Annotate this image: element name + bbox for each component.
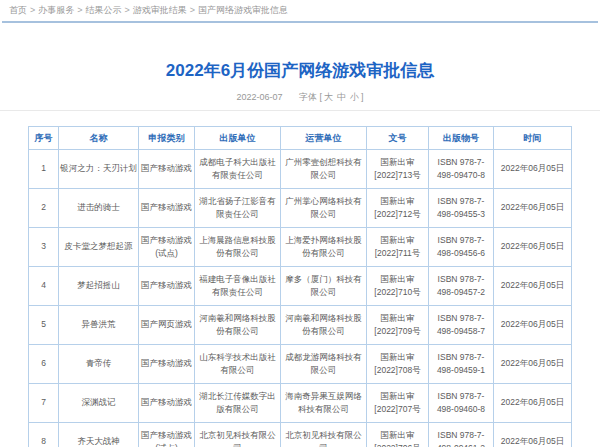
table-row: 3皮卡堂之梦想起源国产移动游戏(试点)上海晨路信息科技股份有限公司上海爱扑网络科… — [29, 228, 572, 267]
table-cell: 国产移动游戏 — [139, 345, 195, 384]
table-cell: 国新出审[2022]712号 — [367, 189, 429, 228]
table-cell: 2022年06月05日 — [494, 267, 572, 306]
table-cell: 深渊战记 — [59, 384, 139, 423]
table-cell: 摩多（厦门）科技有限公司 — [281, 267, 367, 306]
table-cell: 6 — [29, 345, 59, 384]
table-cell: 2022年06月05日 — [494, 423, 572, 447]
breadcrumb-separator: > — [30, 5, 35, 15]
table-cell: 国新出审[2022]709号 — [367, 306, 429, 345]
table-cell: 国新出审[2022]706号 — [367, 423, 429, 447]
meta-line: 2022-06-07 字体 [大中小] — [0, 92, 600, 103]
table-cell: 湖北省扬子江影音有限责任公司 — [195, 189, 281, 228]
table-row: 1银河之力：天刃计划国产移动游戏成都电子科大出版社有限责任公司广州零壹创想科技有… — [29, 150, 572, 189]
table-cell: ISBN 978-7-498-09456-6 — [429, 228, 494, 267]
table-cell: 山东科学技术出版社有限公司 — [195, 345, 281, 384]
breadcrumb: 首页>办事服务>结果公示>游戏审批结果>国产网络游戏审批信息 — [0, 0, 600, 21]
column-header: 运营单位 — [281, 127, 367, 150]
table-cell: ISBN 978-7-498-09458-7 — [429, 306, 494, 345]
table-cell: 8 — [29, 423, 59, 447]
column-header: 出版单位 — [195, 127, 281, 150]
page-title: 2022年6月份国产网络游戏审批信息 — [0, 60, 600, 81]
font-size-bracket-close: ] — [361, 92, 364, 102]
breadcrumb-item[interactable]: 首页 — [9, 5, 27, 15]
breadcrumb-divider-line — [2, 21, 598, 23]
table-cell: 国产移动游戏 — [139, 384, 195, 423]
font-size-switcher: 字体 [大中小] — [299, 92, 364, 102]
breadcrumb-separator: > — [190, 5, 195, 15]
table-cell: 银河之力：天刃计划 — [59, 150, 139, 189]
table-cell: 国产移动游戏 — [139, 150, 195, 189]
table-row: 5异兽洪荒国产网页游戏河南羲和网络科技股份有限公司河南羲和网络科技股份有限公司国… — [29, 306, 572, 345]
table-cell: 上海晨路信息科技股份有限公司 — [195, 228, 281, 267]
table-cell: 国新出审[2022]713号 — [367, 150, 429, 189]
table-cell: 国产移动游戏 — [139, 189, 195, 228]
table-cell: 2022年06月05日 — [494, 306, 572, 345]
table-cell: 成都电子科大出版社有限责任公司 — [195, 150, 281, 189]
font-size-option[interactable]: 中 — [337, 92, 346, 102]
approval-table: 序号名称申报类别出版单位运营单位文号出版物号时间 1银河之力：天刃计划国产移动游… — [28, 126, 572, 447]
table-row: 2进击的骑士国产移动游戏湖北省扬子江影音有限责任公司广州掌心网络科技有限公司国新… — [29, 189, 572, 228]
table-cell: 广州掌心网络科技有限公司 — [281, 189, 367, 228]
table-cell: 2022年06月05日 — [494, 228, 572, 267]
table-cell: 国产移动游戏(试点) — [139, 423, 195, 447]
breadcrumb-item[interactable]: 结果公示 — [86, 5, 122, 15]
table-cell: 2 — [29, 189, 59, 228]
table-cell: 广州零壹创想科技有限公司 — [281, 150, 367, 189]
table-cell: 青帝传 — [59, 345, 139, 384]
table-body: 1银河之力：天刃计划国产移动游戏成都电子科大出版社有限责任公司广州零壹创想科技有… — [29, 150, 572, 447]
table-cell: 国产移动游戏(试点) — [139, 228, 195, 267]
table-cell: 1 — [29, 150, 59, 189]
column-header: 出版物号 — [429, 127, 494, 150]
font-size-links: 大中小 — [322, 92, 361, 102]
publish-date: 2022-06-07 — [236, 92, 282, 102]
table-cell: 2022年06月05日 — [494, 384, 572, 423]
table-row: 4梦起招摇山国产移动游戏福建电子音像出版社有限责任公司摩多（厦门）科技有限公司国… — [29, 267, 572, 306]
table-cell: ISBN 978-7-498-09461-2 — [429, 423, 494, 447]
table-cell: ISBN 978-7-498-09455-3 — [429, 189, 494, 228]
table-cell: 2022年06月05日 — [494, 150, 572, 189]
table-cell: 皮卡堂之梦想起源 — [59, 228, 139, 267]
table-cell: 梦起招摇山 — [59, 267, 139, 306]
table-cell: 进击的骑士 — [59, 189, 139, 228]
breadcrumb-item[interactable]: 国产网络游戏审批信息 — [198, 5, 288, 15]
breadcrumb-item[interactable]: 办事服务 — [38, 5, 74, 15]
table-cell: ISBN 978-7-498-09459-1 — [429, 345, 494, 384]
table-row: 6青帝传国产移动游戏山东科学技术出版社有限公司成都龙游网络科技有限公司国新出审[… — [29, 345, 572, 384]
table-cell: 国新出审[2022]707号 — [367, 384, 429, 423]
table-cell: 湖北长江传媒数字出版有限公司 — [195, 384, 281, 423]
table-cell: 2022年06月05日 — [494, 189, 572, 228]
table-cell: 河南羲和网络科技股份有限公司 — [281, 306, 367, 345]
table-header-row: 序号名称申报类别出版单位运营单位文号出版物号时间 — [29, 127, 572, 150]
font-size-label: 字体 — [299, 92, 317, 102]
column-header: 序号 — [29, 127, 59, 150]
table-cell: 国新出审[2022]710号 — [367, 267, 429, 306]
column-header: 名称 — [59, 127, 139, 150]
table-row: 8齐天大战神国产移动游戏(试点)北京初见科技有限公司北京初见科技有限公司国新出审… — [29, 423, 572, 447]
table-cell: 国新出审[2022]708号 — [367, 345, 429, 384]
table-cell: 2022年06月05日 — [494, 345, 572, 384]
table-cell: ISBN 978-7-498-09460-8 — [429, 384, 494, 423]
table-cell: 成都龙游网络科技有限公司 — [281, 345, 367, 384]
table-cell: ISBN 978-7-498-09470-8 — [429, 150, 494, 189]
table-cell: 7 — [29, 384, 59, 423]
table-cell: 3 — [29, 228, 59, 267]
table-cell: 5 — [29, 306, 59, 345]
table-cell: 北京初见科技有限公司 — [281, 423, 367, 447]
table-cell: 北京初见科技有限公司 — [195, 423, 281, 447]
table-cell: 福建电子音像出版社有限责任公司 — [195, 267, 281, 306]
column-header: 申报类别 — [139, 127, 195, 150]
breadcrumb-separator: > — [125, 5, 130, 15]
breadcrumb-item[interactable]: 游戏审批结果 — [133, 5, 187, 15]
table-cell: 海南奇异果互娱网络科技有限公司 — [281, 384, 367, 423]
table-cell: 4 — [29, 267, 59, 306]
table-cell: 国新出审[2022]711号 — [367, 228, 429, 267]
table-cell: 国产网页游戏 — [139, 306, 195, 345]
column-header: 文号 — [367, 127, 429, 150]
breadcrumb-separator: > — [77, 5, 82, 15]
table-cell: 国产移动游戏 — [139, 267, 195, 306]
table-cell: ISBN 978-7-498-09457-2 — [429, 267, 494, 306]
font-size-option[interactable]: 大 — [324, 92, 333, 102]
font-size-option[interactable]: 小 — [350, 92, 359, 102]
table-cell: 齐天大战神 — [59, 423, 139, 447]
column-header: 时间 — [494, 127, 572, 150]
